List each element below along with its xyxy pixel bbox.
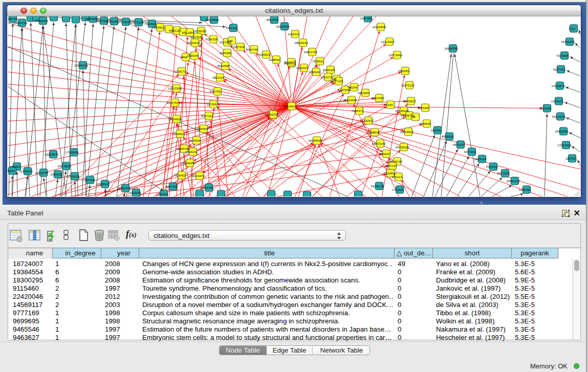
svg-text:16210643: 16210643	[552, 115, 565, 118]
svg-text:10154838: 10154838	[372, 25, 386, 28]
svg-text:1362615: 1362615	[296, 66, 309, 69]
svg-text:6879197: 6879197	[453, 143, 465, 146]
svg-text:19654923: 19654923	[400, 130, 413, 133]
svg-text:84: 84	[412, 115, 416, 118]
svg-text:9777109: 9777109	[331, 79, 343, 82]
svg-text:2803144: 2803144	[212, 76, 225, 79]
svg-text:14099489: 14099489	[181, 161, 195, 164]
svg-text:19218506: 19218506	[276, 25, 290, 28]
svg-text:5678334: 5678334	[189, 139, 201, 142]
svg-text:99154: 99154	[8, 169, 15, 172]
svg-text:8938924: 8938924	[442, 135, 454, 138]
svg-text:1292344: 1292344	[156, 192, 168, 195]
svg-text:1621072: 1621072	[320, 75, 333, 78]
svg-text:7986372: 7986372	[352, 109, 364, 112]
svg-text:10719125: 10719125	[117, 20, 131, 23]
svg-text:12156829: 12156829	[19, 169, 33, 172]
svg-text:12353594: 12353594	[195, 127, 209, 130]
svg-text:20206576: 20206576	[45, 152, 58, 156]
svg-text:14463627: 14463627	[402, 99, 416, 102]
svg-text:10025438: 10025438	[395, 109, 409, 112]
svg-text:9734028: 9734028	[323, 68, 335, 71]
svg-text:15720407: 15720407	[360, 119, 374, 122]
svg-text:8813054: 8813054	[267, 18, 279, 21]
svg-text:16648784: 16648784	[444, 47, 458, 50]
svg-text:19384554: 19384554	[308, 139, 322, 142]
svg-text:15716485: 15716485	[200, 186, 214, 189]
svg-text:16782759: 16782759	[117, 186, 130, 189]
svg-text:20053346: 20053346	[74, 63, 88, 67]
svg-text:12093872: 12093872	[551, 84, 565, 87]
svg-text:10543342: 10543342	[186, 41, 200, 44]
svg-text:9384067: 9384067	[379, 152, 391, 155]
svg-text:9474444: 9474444	[464, 150, 476, 153]
svg-text:822037: 822037	[284, 60, 295, 63]
svg-text:746266: 746266	[347, 85, 358, 89]
svg-text:13226058: 13226058	[192, 29, 206, 32]
svg-text:8242848: 8242848	[217, 64, 230, 67]
svg-text:3493222: 3493222	[185, 150, 198, 153]
svg-text:9699695: 9699695	[419, 122, 431, 125]
svg-text:9215958: 9215958	[539, 106, 552, 110]
svg-text:9227342: 9227342	[553, 68, 565, 71]
svg-text:2718170: 2718170	[174, 70, 186, 73]
svg-text:16107553: 16107553	[166, 101, 180, 104]
svg-text:1145190: 1145190	[50, 172, 62, 176]
svg-text:8427552: 8427552	[210, 90, 222, 93]
svg-text:17016504: 17016504	[557, 143, 571, 146]
svg-text:10958107: 10958107	[96, 182, 110, 185]
svg-text:20091406: 20091406	[34, 19, 48, 22]
svg-text:17957225: 17957225	[81, 178, 95, 181]
svg-text:1112: 1112	[569, 27, 575, 30]
svg-text:10807487: 10807487	[371, 96, 384, 99]
svg-text:16961758: 16961758	[303, 50, 317, 53]
svg-text:3624554: 3624554	[358, 91, 370, 94]
svg-text:9657791: 9657791	[165, 185, 178, 188]
svg-text:23975857: 23975857	[57, 164, 71, 167]
svg-text:164095: 164095	[430, 128, 441, 132]
svg-text:8471626: 8471626	[497, 171, 510, 174]
svg-text:12505105: 12505105	[66, 174, 80, 178]
svg-text:18807249: 18807249	[372, 142, 385, 145]
svg-text:12942757: 12942757	[35, 171, 49, 174]
svg-text:252214: 252214	[391, 175, 402, 178]
svg-text:9245652: 9245652	[519, 188, 531, 191]
svg-text:14055714: 14055714	[13, 21, 27, 24]
svg-text:2087652: 2087652	[360, 16, 373, 19]
svg-text:17359934: 17359934	[65, 150, 79, 154]
svg-text:15692951: 15692951	[555, 129, 569, 133]
svg-text:8267110: 8267110	[201, 114, 213, 117]
svg-text:117006: 117006	[207, 102, 217, 105]
svg-text:12923446: 12923446	[127, 191, 141, 194]
svg-text:12975115: 12975115	[401, 83, 415, 86]
svg-text:7515546: 7515546	[144, 22, 157, 25]
svg-text:9827505: 9827505	[190, 35, 202, 38]
svg-text:9146821: 9146821	[258, 53, 271, 56]
svg-text:16914479: 16914479	[191, 174, 205, 177]
svg-text:14055714: 14055714	[8, 17, 18, 20]
svg-text:7955812: 7955812	[312, 59, 324, 62]
svg-text:116753: 116753	[565, 157, 576, 160]
svg-text:12213967: 12213967	[381, 40, 395, 43]
svg-text:62160: 62160	[384, 103, 393, 106]
svg-text:16120746: 16120746	[388, 160, 402, 163]
svg-text:10671355: 10671355	[130, 20, 144, 24]
svg-text:19166827: 19166827	[171, 132, 185, 135]
svg-text:8660123: 8660123	[169, 29, 182, 32]
svg-text:2367608: 2367608	[233, 45, 245, 48]
svg-text:1125419: 1125419	[288, 32, 300, 35]
svg-text:1733426: 1733426	[392, 188, 404, 191]
svg-text:2588520: 2588520	[269, 58, 281, 61]
svg-text:12213389: 12213389	[168, 86, 182, 90]
svg-text:9890: 9890	[181, 55, 188, 58]
svg-text:1244415: 1244415	[551, 99, 563, 102]
svg-text:6876585: 6876585	[220, 51, 232, 54]
svg-text:10654122: 10654122	[506, 179, 520, 182]
svg-text:7485063: 7485063	[398, 69, 410, 72]
svg-text:19654928: 19654928	[168, 117, 182, 120]
svg-text:7632621: 7632621	[486, 165, 498, 168]
svg-text:7625402: 7625402	[174, 173, 186, 177]
svg-text:9329966: 9329966	[557, 54, 569, 57]
svg-text:2420046: 2420046	[187, 54, 199, 57]
svg-text:1615132: 1615132	[385, 164, 397, 167]
